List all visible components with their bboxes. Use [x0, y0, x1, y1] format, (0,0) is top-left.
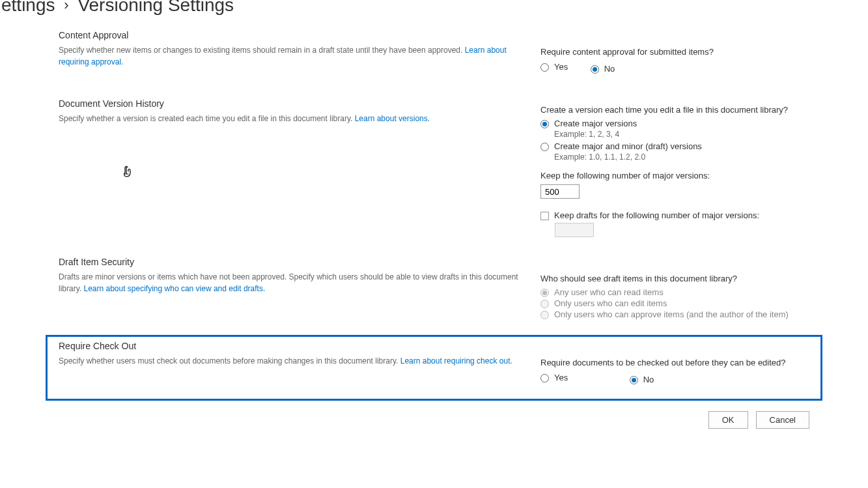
link-learn-checkout[interactable]: Learn about requiring check out. — [400, 356, 512, 366]
label-checkout-no: No — [643, 375, 654, 384]
label-approval-no: No — [604, 64, 615, 74]
draft-security-desc: Drafts are minor versions or items which… — [59, 271, 521, 294]
label-checkout-yes: Yes — [554, 373, 568, 382]
breadcrumb: ettings › Versioning Settings — [1, 0, 848, 21]
draft-security-title: Draft Item Security — [59, 257, 521, 267]
radio-approval-no[interactable] — [591, 65, 599, 74]
radio-draft-edit — [540, 300, 549, 308]
content-approval-desc: Specify whether new items or changes to … — [59, 44, 521, 68]
section-version-history: Document Version History Specify whether… — [20, 96, 848, 251]
ok-button[interactable]: OK — [708, 411, 748, 429]
example-major: Example: 1, 2, 3, 4 — [554, 130, 848, 139]
radio-checkout-no[interactable] — [630, 376, 638, 384]
link-learn-drafts[interactable]: Learn about specifying who can view and … — [83, 284, 265, 293]
section-content-approval: Content Approval Specify whether new ite… — [20, 21, 848, 96]
link-learn-versions[interactable]: Learn about versions. — [355, 114, 430, 123]
label-major-versions: Create major versions — [554, 119, 637, 128]
section-require-checkout: Require Check Out Specify whether users … — [46, 335, 822, 401]
label-approval-yes: Yes — [554, 62, 568, 72]
radio-draft-any — [540, 289, 549, 297]
require-checkout-question: Require documents to be checked out befo… — [540, 358, 814, 367]
keep-major-label: Keep the following number of major versi… — [540, 171, 848, 180]
version-history-desc: Specify whether a version is created eac… — [59, 113, 521, 124]
draft-security-question: Who should see draft items in this docum… — [540, 274, 848, 283]
label-draft-edit: Only users who can edit items — [554, 298, 667, 308]
checkbox-keep-drafts[interactable] — [540, 212, 549, 220]
example-minor: Example: 1.0, 1.1, 1.2, 2.0 — [554, 152, 848, 162]
cancel-button[interactable]: Cancel — [756, 411, 809, 429]
radio-minor-versions[interactable] — [540, 143, 549, 151]
breadcrumb-prev[interactable]: ettings — [1, 0, 55, 15]
radio-checkout-yes[interactable] — [540, 374, 549, 382]
content-approval-question: Require content approval for submitted i… — [540, 47, 848, 57]
label-draft-approve: Only users who can approve items (and th… — [554, 309, 789, 319]
require-checkout-title: Require Check Out — [59, 341, 521, 351]
label-draft-any: Any user who can read items — [554, 287, 664, 297]
radio-draft-approve — [540, 311, 549, 319]
input-keep-major[interactable] — [540, 184, 580, 199]
radio-approval-yes[interactable] — [540, 63, 549, 72]
breadcrumb-separator: › — [64, 0, 68, 13]
footer-buttons: OK Cancel — [20, 401, 848, 429]
require-checkout-desc: Specify whether users must check out doc… — [59, 355, 521, 367]
version-history-question: Create a version each time you edit a fi… — [540, 105, 848, 115]
keep-drafts-label: Keep drafts for the following number of … — [554, 210, 759, 220]
section-draft-security: Draft Item Security Drafts are minor ver… — [20, 251, 848, 335]
content-approval-title: Content Approval — [59, 30, 521, 40]
breadcrumb-current: Versioning Settings — [77, 0, 234, 15]
label-minor-versions: Create major and minor (draft) versions — [554, 141, 702, 151]
radio-major-versions[interactable] — [540, 120, 549, 128]
version-history-title: Document Version History — [59, 98, 521, 109]
input-keep-drafts[interactable] — [555, 223, 594, 237]
